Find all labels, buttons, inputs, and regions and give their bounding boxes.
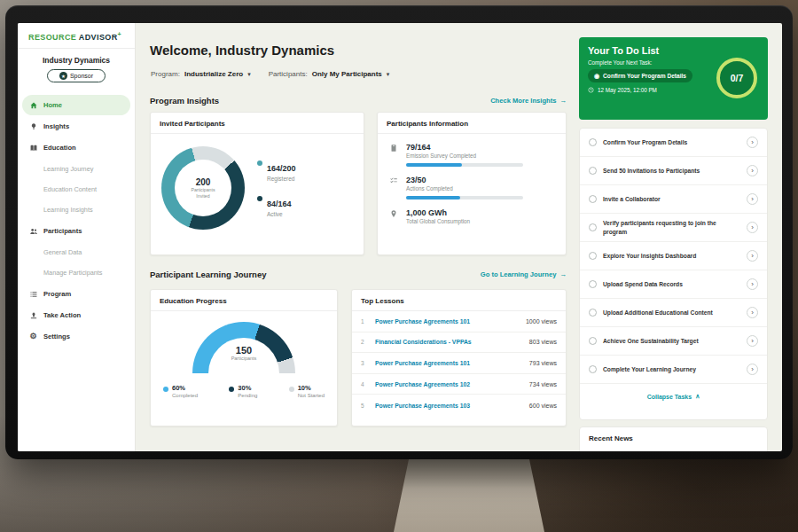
chevron-right-icon[interactable]: › xyxy=(747,335,758,347)
lesson-link[interactable]: Power Purchase Agreements 103 xyxy=(375,403,522,409)
todo-task-list: Confirm Your Program Details › Send 50 I… xyxy=(579,128,768,420)
sidebar-item-education-content[interactable]: Education Content xyxy=(18,179,135,200)
donut-center-value: 200 xyxy=(196,177,211,187)
sidebar-item-general-data[interactable]: General Data xyxy=(18,242,135,262)
sidebar-item-label: Education xyxy=(43,144,76,152)
chevron-down-icon: ▾ xyxy=(247,71,251,78)
org-name: Industry Dynamics xyxy=(18,56,135,65)
task-row[interactable]: Confirm Your Program Details › xyxy=(580,129,767,157)
sidebar-item-program[interactable]: Program xyxy=(22,284,130,304)
progress-fill xyxy=(406,163,462,167)
stat-emission-survey: 79/164 Emission Survey Completed xyxy=(378,134,566,167)
sidebar-item-take-action[interactable]: Take Action xyxy=(22,305,130,325)
sidebar-item-learning-journey[interactable]: Learning Journey xyxy=(18,159,135,179)
sidebar-nav: Home Insights Education Learning Journey… xyxy=(18,94,135,348)
participants-information-card: Participants Information 79/164 Emission… xyxy=(377,112,567,255)
task-row[interactable]: Upload Additional Educational Content › xyxy=(580,299,767,327)
donut-center-label: Participants Invited xyxy=(184,187,222,200)
legend-value: 164/200 xyxy=(267,164,296,173)
check-more-insights-link[interactable]: Check More Insights → xyxy=(490,97,567,105)
legend-dot xyxy=(257,160,262,166)
education-progress-gauge-chart: 150 Participants xyxy=(192,322,295,373)
chevron-right-icon[interactable]: › xyxy=(747,364,758,375)
task-checkbox[interactable] xyxy=(589,280,597,288)
program-select-label: Program: xyxy=(151,70,180,78)
next-task-pill[interactable]: ◉ Confirm Your Program Details xyxy=(588,69,692,82)
task-checkbox[interactable] xyxy=(589,167,597,175)
lesson-link[interactable]: Power Purchase Agreements 101 xyxy=(375,318,519,325)
program-select[interactable]: Program: Industrialize Zero ▾ xyxy=(151,70,251,78)
sidebar-item-insights[interactable]: Insights xyxy=(22,116,130,137)
task-checkbox[interactable] xyxy=(589,138,597,146)
link-label: Go to Learning Journey xyxy=(481,270,557,278)
lesson-views: 1000 views xyxy=(526,318,557,325)
task-checkbox[interactable] xyxy=(589,365,597,373)
collapse-tasks-link[interactable]: Collapse Tasks ∧ xyxy=(580,384,767,409)
sidebar-item-manage-participants[interactable]: Manage Participants xyxy=(18,262,135,283)
chevron-right-icon[interactable]: › xyxy=(747,193,758,205)
task-checkbox[interactable] xyxy=(589,223,597,231)
invited-participants-donut-chart: 200 Participants Invited xyxy=(161,146,245,230)
card-title: Top Lessons xyxy=(352,290,566,311)
monitor-bezel: RESOURCE ADVISOR+ Industry Dynamics ★ Sp… xyxy=(5,5,793,459)
clipboard-icon xyxy=(388,143,398,167)
todo-progress-ring: 0/7 xyxy=(716,58,757,98)
book-icon xyxy=(28,143,38,153)
logo-plus: + xyxy=(118,31,122,37)
task-row[interactable]: Achieve One Sustainability Target › xyxy=(580,327,767,356)
lesson-link[interactable]: Power Purchase Agreements 102 xyxy=(375,381,522,387)
lesson-link[interactable]: Power Purchase Agreements 101 xyxy=(375,360,522,366)
task-checkbox[interactable] xyxy=(589,252,597,260)
task-checkbox[interactable] xyxy=(589,195,597,203)
progress-bar xyxy=(406,196,523,200)
chevron-right-icon[interactable]: › xyxy=(747,137,758,148)
task-row[interactable]: Invite a Collaborator › xyxy=(580,185,767,214)
legend-label: Pending xyxy=(238,393,257,398)
education-progress-card: Education Progress 150 Participants 60% … xyxy=(150,289,338,426)
lesson-rank: 4 xyxy=(361,381,368,387)
go-to-learning-journey-link[interactable]: Go to Learning Journey → xyxy=(481,270,567,278)
legend-registered: 164/200 Registered xyxy=(257,159,296,182)
collapse-label: Collapse Tasks xyxy=(647,394,692,400)
sponsor-badge[interactable]: ★ Sponsor xyxy=(47,69,106,82)
legend-value: 10% xyxy=(298,384,311,392)
task-row[interactable]: Upload Spend Data Records › xyxy=(580,270,767,299)
lesson-views: 600 views xyxy=(529,403,557,409)
task-row[interactable]: Complete Your Learning Journey › xyxy=(580,356,767,384)
lesson-link[interactable]: Financial Considerations - VPPAs xyxy=(375,339,522,345)
sidebar-item-participants[interactable]: Participants xyxy=(22,221,130,241)
sidebar-item-home[interactable]: Home xyxy=(22,95,130,115)
task-row[interactable]: Explore Your Insights Dashboard › xyxy=(580,242,767,270)
lesson-rank: 3 xyxy=(361,360,368,366)
chevron-right-icon[interactable]: › xyxy=(747,222,758,233)
sidebar-item-label: Participants xyxy=(43,227,82,235)
chevron-right-icon[interactable]: › xyxy=(747,307,758,318)
todo-progress-count: 0/7 xyxy=(731,73,744,83)
task-row[interactable]: Verify participants requesting to join t… xyxy=(580,214,767,242)
sidebar-item-settings[interactable]: ⚙ Settings xyxy=(22,326,130,347)
card-title: Education Progress xyxy=(151,290,337,311)
stat-value: 23/50 xyxy=(406,176,523,184)
gauge-legend: 60% Completed 30% Pending 10% Not Starte… xyxy=(151,373,337,398)
link-label: Check More Insights xyxy=(490,97,556,105)
task-checkbox[interactable] xyxy=(589,309,597,317)
task-checkbox[interactable] xyxy=(589,337,597,345)
map-pin-icon xyxy=(388,208,398,224)
legend-dot xyxy=(289,387,294,392)
arrow-right-icon: → xyxy=(559,270,567,278)
task-label: Upload Spend Data Records xyxy=(603,280,740,288)
task-label: Invite a Collaborator xyxy=(603,195,740,203)
task-row[interactable]: Send 50 Invitations to Participants › xyxy=(580,157,767,185)
lesson-row: 1 Power Purchase Agreements 101 1000 vie… xyxy=(352,311,566,332)
sidebar-item-education[interactable]: Education xyxy=(22,137,130,158)
todo-title: Your To Do List xyxy=(588,45,759,56)
sponsor-badge-label: Sponsor xyxy=(70,73,93,79)
chevron-right-icon[interactable]: › xyxy=(747,278,758,290)
chevron-right-icon[interactable]: › xyxy=(747,165,758,176)
chevron-right-icon[interactable]: › xyxy=(747,250,758,262)
sidebar-item-learning-insights[interactable]: Learning Insights xyxy=(18,200,135,220)
clock-icon xyxy=(588,87,594,93)
legend-dot xyxy=(229,387,234,392)
task-label: Verify participants requesting to join t… xyxy=(603,219,740,235)
participants-select[interactable]: Participants: Only My Participants ▾ xyxy=(269,70,390,78)
